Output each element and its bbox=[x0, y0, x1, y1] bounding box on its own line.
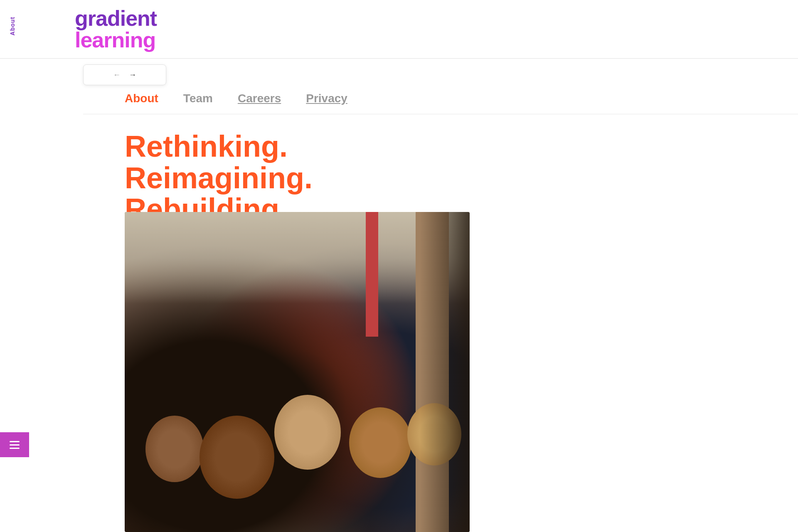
browser-nav: ← → bbox=[83, 64, 166, 85]
student-face-4 bbox=[349, 407, 411, 478]
forward-arrow[interactable]: → bbox=[129, 71, 136, 79]
sub-navigation: About Team Careers Privacy bbox=[83, 85, 798, 114]
sidebar-about-label: About bbox=[9, 17, 16, 35]
menu-line-1 bbox=[10, 441, 20, 442]
menu-line-2 bbox=[10, 444, 20, 446]
hero-line-2: Reimagining. bbox=[125, 163, 773, 194]
students-photo bbox=[125, 212, 470, 532]
hero-line-1: Rethinking. bbox=[125, 131, 773, 163]
logo[interactable]: gradient learning bbox=[75, 7, 157, 51]
hero-photo bbox=[125, 212, 470, 532]
hero-headline: Rethinking. Reimagining. Rebuilding. bbox=[125, 131, 773, 225]
nav-privacy[interactable]: Privacy bbox=[306, 92, 347, 107]
student-face-1 bbox=[145, 416, 204, 482]
logo-gradient-text: gradient bbox=[75, 7, 157, 29]
nav-about[interactable]: About bbox=[125, 92, 158, 107]
nav-careers[interactable]: Careers bbox=[238, 92, 281, 107]
hamburger-icon bbox=[10, 441, 20, 449]
menu-button[interactable] bbox=[0, 432, 29, 457]
student-face-2 bbox=[200, 416, 274, 499]
photo-right-shadow bbox=[420, 212, 470, 532]
top-header: gradient learning bbox=[0, 0, 798, 58]
nav-team[interactable]: Team bbox=[183, 92, 213, 107]
photo-pillar-1 bbox=[366, 212, 378, 337]
logo-learning-text: learning bbox=[75, 29, 157, 51]
menu-line-3 bbox=[10, 448, 20, 449]
back-arrow[interactable]: ← bbox=[113, 71, 121, 79]
student-face-3 bbox=[274, 395, 341, 470]
header-separator bbox=[0, 58, 798, 59]
